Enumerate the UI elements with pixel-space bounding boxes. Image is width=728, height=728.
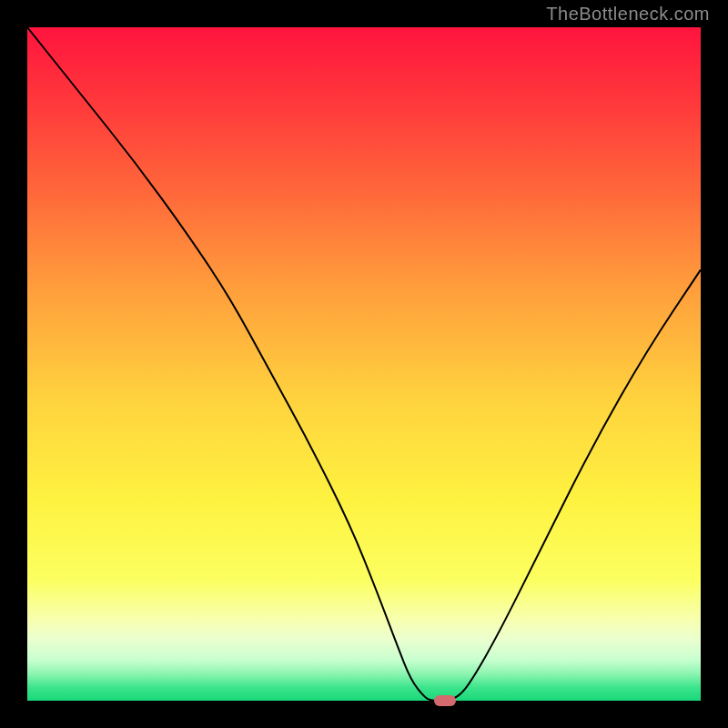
watermark-text: TheBottleneck.com (546, 4, 710, 25)
chart-frame: TheBottleneck.com (0, 0, 728, 728)
plot-gradient-area (27, 27, 701, 701)
